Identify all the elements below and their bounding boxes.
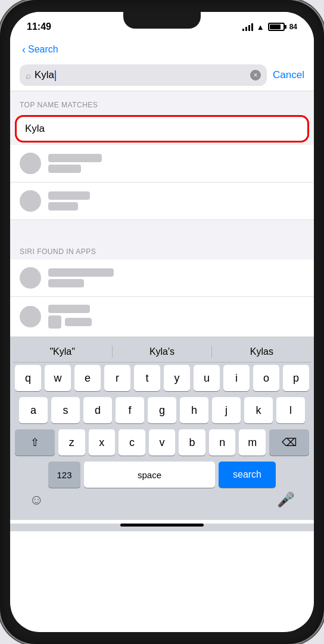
cursor [55,70,56,81]
key-x[interactable]: x [89,429,116,456]
search-query-value: Kyla [35,69,54,80]
notch [123,12,201,29]
siri-avatar-1 [20,267,41,289]
section-gap [10,220,314,238]
siri-blur-line-2 [48,279,84,287]
battery-fill [270,24,281,29]
autocomplete-option-1[interactable]: "Kyla" [13,342,112,362]
key-r[interactable]: r [104,365,130,391]
key-o[interactable]: o [253,365,279,391]
key-l[interactable]: l [276,397,305,423]
search-results-content: TOP NAME MATCHES Kyla [10,91,314,337]
numbers-key[interactable]: 123 [48,462,80,488]
phone-frame: 11:49 ▲ 84 ‹ Search [0,0,324,644]
key-z[interactable]: z [58,429,85,456]
siri-blur-1 [48,268,114,287]
key-a[interactable]: a [19,397,48,423]
clear-icon: × [254,71,258,79]
key-q[interactable]: q [15,365,41,391]
key-row-1: q w e r t y u i o p [15,365,309,391]
chevron-left-icon: ‹ [22,44,26,55]
back-label: Search [28,44,58,55]
blur-text-2 [48,191,90,210]
key-row-3: ⇧ z x c v b n m ⌫ [15,429,309,456]
keyboard: "Kyla" Kyla's Kylas q w e r t y u i o p [10,337,314,520]
key-g[interactable]: g [148,397,176,423]
siri-blur-2 [48,305,92,329]
blur-line-1 [48,154,102,162]
search-bar-container: ⌕ Kyla × Cancel [10,60,314,91]
space-key[interactable]: space [84,462,215,488]
battery-level: 84 [289,23,297,31]
blur-text-1 [48,154,102,173]
key-row-4: 123 space search [15,462,309,488]
siri-blur-line-1 [48,268,114,277]
blur-line-3 [48,191,90,200]
clear-search-button[interactable]: × [250,70,261,80]
blurred-result-2[interactable] [10,182,314,220]
siri-avatar-2 [20,306,41,327]
battery-icon [268,23,285,31]
key-v[interactable]: v [149,429,176,456]
key-p[interactable]: p [283,365,309,391]
key-w[interactable]: w [45,365,71,391]
kyla-result-name: Kyla [25,123,45,135]
autocomplete-row: "Kyla" Kyla's Kylas [13,342,311,363]
bottom-bar: ☺ 🎤 [13,488,311,518]
signal-bars-icon [242,23,253,31]
key-c[interactable]: c [119,429,145,456]
key-row-2: a s d f g h j k l [15,397,309,423]
nav-bar: ‹ Search [10,42,314,60]
blurred-result-1[interactable] [10,145,314,182]
siri-result-2[interactable] [10,297,314,337]
search-key[interactable]: search [219,462,276,488]
key-i[interactable]: i [223,365,250,391]
status-bar: 11:49 ▲ 84 [10,12,314,42]
key-rows: q w e r t y u i o p a s d f g [13,365,311,488]
key-n[interactable]: n [209,429,236,456]
top-name-matches-header: TOP NAME MATCHES [10,91,314,113]
siri-blur-line-4 [65,318,92,326]
emoji-icon[interactable]: ☺ [29,491,44,508]
autocomplete-option-3[interactable]: Kylas [212,342,311,362]
signal-bar-2 [245,27,247,31]
key-f[interactable]: f [116,397,144,423]
phone-screen: 11:49 ▲ 84 ‹ Search [10,12,314,632]
key-b[interactable]: b [179,429,205,456]
wifi-icon: ▲ [257,23,264,32]
key-h[interactable]: h [180,397,208,423]
key-u[interactable]: u [194,365,220,391]
signal-bar-1 [242,29,244,31]
blur-line-4 [48,202,78,210]
key-d[interactable]: d [83,397,112,423]
key-s[interactable]: s [51,397,80,423]
back-button[interactable]: ‹ Search [22,44,58,55]
blur-line-2 [48,165,81,173]
search-input-wrapper[interactable]: ⌕ Kyla × [20,64,267,86]
siri-app-icon [48,315,61,329]
search-query-text: Kyla [35,69,247,81]
delete-key[interactable]: ⌫ [269,429,309,456]
key-e[interactable]: e [74,365,101,391]
search-glass-icon: ⌕ [26,70,31,80]
status-icons: ▲ 84 [242,23,297,32]
siri-result-1[interactable] [10,259,314,297]
mic-icon[interactable]: 🎤 [277,491,295,508]
autocomplete-option-2[interactable]: Kyla's [112,342,211,362]
shift-key[interactable]: ⇧ [15,429,55,456]
siri-blur-line-3 [48,305,90,313]
key-y[interactable]: y [164,365,190,391]
status-time: 11:49 [27,21,51,32]
avatar-2 [20,190,41,212]
key-t[interactable]: t [134,365,160,391]
key-m[interactable]: m [239,429,266,456]
cancel-button[interactable]: Cancel [273,69,304,81]
signal-bar-4 [251,23,253,31]
home-indicator[interactable] [120,524,204,527]
key-j[interactable]: j [212,397,241,423]
avatar-1 [20,153,41,174]
kyla-result-item[interactable]: Kyla [15,115,309,143]
key-k[interactable]: k [244,397,273,423]
siri-found-header: SIRI FOUND IN APPS [10,238,314,259]
signal-bar-3 [248,25,250,31]
